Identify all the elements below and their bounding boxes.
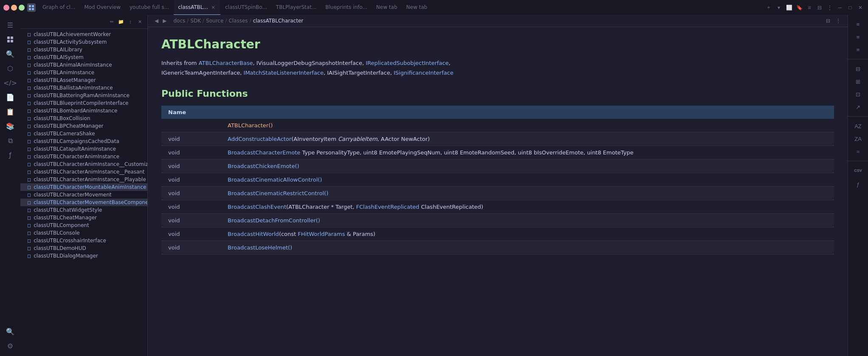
sidebar-item[interactable]: ◻classUTBLAssetManager [20, 76, 147, 84]
rp-align-left-btn[interactable]: ≡ [851, 18, 865, 30]
breadcrumb-forward-btn[interactable]: ▶ [161, 17, 168, 25]
rp-function-btn[interactable]: ƒ [851, 178, 865, 190]
function-link[interactable]: BroadcastClashEvent [228, 204, 286, 210]
rp-layout-3-btn[interactable]: ⊡ [851, 88, 865, 100]
ab-function-icon[interactable]: ƒ [3, 148, 17, 162]
breadcrumb-source[interactable]: Source [206, 18, 223, 24]
ab-docs-icon[interactable]: 📄 [3, 90, 17, 104]
rp-csv-btn[interactable]: CSV [851, 165, 865, 177]
sidebar-item[interactable]: ◻classUTBLCharacterMountableAnimInstance [20, 183, 147, 191]
sidebar-item[interactable]: ◻classUTBLBallistaAnimInstance [20, 84, 147, 92]
ab-code-icon[interactable]: </> [3, 76, 17, 90]
bookmark-button[interactable]: 🔖 [795, 3, 803, 12]
new-tab-button[interactable]: + [764, 3, 773, 12]
maximize-win-button[interactable]: □ [846, 3, 854, 12]
function-link[interactable]: BroadcastCinematicRestrictControl() [228, 190, 328, 196]
tab-list-button[interactable]: ▾ [775, 3, 783, 12]
function-type-link[interactable]: FClashEventReplicated [356, 204, 420, 210]
breadcrumb-docs[interactable]: docs [173, 18, 185, 24]
split-button[interactable]: ⊟ [815, 3, 824, 12]
rp-sort-az-btn[interactable]: AZ [851, 120, 865, 132]
sidebar-item[interactable]: ◻classUTBLCharacterMovementBaseComponent [20, 199, 147, 206]
function-link[interactable]: AddConstructableActor [228, 136, 291, 142]
minimize-win-button[interactable]: ─ [836, 3, 844, 12]
bc-more-btn[interactable]: ⋮ [834, 17, 843, 25]
tab-close-classatbl[interactable]: ✕ [210, 4, 216, 10]
sidebar-item[interactable]: ◻classUTBLAnimInstance [20, 69, 147, 76]
ab-graph-icon[interactable]: ⬡ [3, 62, 17, 75]
sidebar-item[interactable]: ◻classUTBLCatapultAnimInstance [20, 145, 147, 153]
sidebar-item[interactable]: ◻classUTBLBatteringRamAnimInstance [20, 92, 147, 99]
ab-explorer-icon[interactable] [3, 33, 17, 46]
close-win-button[interactable]: ✕ [856, 3, 865, 12]
tab-newtab2[interactable]: New tab [402, 0, 432, 15]
function-link[interactable]: BroadcastHitWorld [228, 231, 279, 237]
ab-search-icon[interactable]: 🔍 [3, 47, 17, 61]
sidebar-item[interactable]: ◻classUTBLCampaignsCachedData [20, 137, 147, 145]
sidebar-item[interactable]: ◻classUTBLCharacterMovement [20, 191, 147, 199]
sidebar-item[interactable]: ◻classUTBLAchievementWorker [20, 31, 147, 38]
sidebar-item[interactable]: ◻classUTBLCharacterAnimInstance__Playabl… [20, 176, 147, 183]
function-link[interactable]: BroadcastCharacterEmote [228, 149, 300, 156]
sidebar-item[interactable]: ◻classUTBLCheatManager [20, 214, 147, 221]
rp-layout-1-btn[interactable]: ⊟ [851, 63, 865, 75]
more-button[interactable]: ⋮ [826, 3, 834, 12]
sidebar-item[interactable]: ◻classUTBLCameraShake [20, 130, 147, 137]
inherits-link-0[interactable]: ATBLCharacterBase [199, 60, 253, 66]
ab-book-icon[interactable]: 📚 [3, 119, 17, 133]
function-link[interactable]: BroadcastLoseHelmet() [228, 244, 292, 251]
rp-filter-btn[interactable]: ≈ [851, 146, 865, 157]
ab-settings-icon[interactable]: ⚙ [3, 339, 17, 353]
function-link[interactable]: ATBLCharacter() [228, 122, 273, 129]
sidebar-item[interactable]: ◻classUTBLConsole [20, 229, 147, 237]
rp-align-right-btn[interactable]: ≡ [851, 44, 865, 56]
ab-menu-icon[interactable]: ☰ [3, 18, 17, 32]
sidebar-item[interactable]: ◻classUTBLDemoHUD [20, 244, 147, 252]
inherits-link-2[interactable]: IReplicatedSubobjectInterface [366, 60, 448, 66]
inherits-link-6[interactable]: ISignificanceInterface [394, 70, 454, 76]
tab-classatbl[interactable]: classATBL...✕ [174, 0, 220, 15]
ab-layers-icon[interactable]: ⧉ [3, 134, 17, 147]
ab-list-icon[interactable]: 📋 [3, 105, 17, 118]
ab-search-bottom-icon[interactable]: 🔍 [3, 325, 17, 338]
sidebar-sort-btn[interactable]: ↕ [126, 17, 135, 26]
inherits-link-4[interactable]: IMatchStateListenerInterface [244, 70, 324, 76]
layout-button[interactable]: ⬜ [785, 3, 793, 12]
tab-modoverview[interactable]: Mod Overview [80, 0, 125, 15]
close-button[interactable] [3, 5, 9, 11]
sidebar-folder-btn[interactable]: 📁 [117, 17, 125, 26]
tab-graph[interactable]: Graph of cl... [38, 0, 79, 15]
sidebar-item[interactable]: ◻classUTBLBlueprintCompilerInterface [20, 99, 147, 107]
minimize-button[interactable] [11, 5, 17, 11]
rp-sort-za-btn[interactable]: ZA [851, 133, 865, 145]
sidebar-item[interactable]: ◻classUTBLCharacterAnimInstance [20, 153, 147, 160]
rp-layout-4-btn[interactable]: ↗ [851, 101, 865, 113]
breadcrumb-back-btn[interactable]: ◀ [153, 17, 160, 25]
breadcrumb-sdk[interactable]: SDK [190, 18, 201, 24]
sidebar-close-btn[interactable]: ✕ [135, 17, 144, 26]
tab-youtube[interactable]: youtube full s... [125, 0, 173, 15]
rp-layout-2-btn[interactable]: ⊞ [851, 76, 865, 87]
function-link[interactable]: BroadcastDetachFromController() [228, 217, 320, 224]
sidebar-item[interactable]: ◻classUTBLBPCheatManager [20, 122, 147, 130]
sidebar-item[interactable]: ◻classUTBLBoxCollision [20, 115, 147, 122]
sidebar-item[interactable]: ◻classUTBLChatWidgetStyle [20, 206, 147, 214]
breadcrumb-classes[interactable]: Classes [228, 18, 248, 24]
function-link[interactable]: BroadcastCinematicAllowControl() [228, 177, 322, 183]
sidebar-item[interactable]: ◻classUTBLActivitySubsystem [20, 38, 147, 46]
sidebar-item[interactable]: ◻classUTBLAnimalAnimInstance [20, 61, 147, 69]
sidebar-item[interactable]: ◻classUTBLComponent [20, 221, 147, 229]
sidebar-item[interactable]: ◻classUTBLAISystem [20, 53, 147, 61]
sidebar-item[interactable]: ◻classUTBLCharacterAnimInstance__Customi… [20, 160, 147, 168]
maximize-button[interactable] [19, 5, 25, 11]
tab-newtab1[interactable]: New tab [372, 0, 402, 15]
menu-button[interactable]: ≡ [805, 3, 814, 12]
tab-blueprintsinfo[interactable]: Blueprints info... [321, 0, 372, 15]
bc-split-btn[interactable]: ⊟ [824, 17, 832, 25]
function-type-link[interactable]: FHitWorldParams [298, 231, 345, 237]
tab-tblplayerstat[interactable]: TBLPlayerStat... [272, 0, 321, 15]
rp-align-center-btn[interactable]: ≡ [851, 31, 865, 43]
breadcrumb-current[interactable]: classATBLCharacter [253, 18, 304, 24]
sidebar-item[interactable]: ◻classUTBLCrosshairInterface [20, 237, 147, 244]
tab-classutspin[interactable]: classUTSpinBo... [221, 0, 271, 15]
